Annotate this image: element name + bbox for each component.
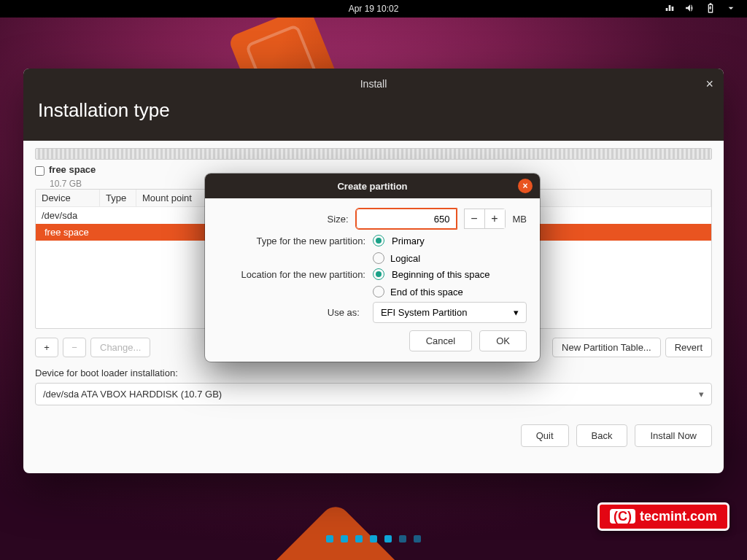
new-partition-table-button[interactable]: New Partition Table...	[552, 338, 661, 357]
useas-label: Use as:	[218, 307, 360, 318]
create-partition-dialog: Create partition × Size: − + MB Type for…	[205, 174, 540, 362]
size-spinner: − +	[464, 209, 506, 229]
window-title: Install	[360, 78, 387, 90]
size-increment-button[interactable]: +	[484, 209, 505, 228]
col-type[interactable]: Type	[100, 190, 136, 206]
page-title: Installation type	[38, 99, 709, 122]
size-label: Size:	[218, 214, 349, 225]
useas-select[interactable]: EFI System Partition ▾	[373, 302, 527, 323]
window-close-button[interactable]: ×	[705, 77, 713, 92]
location-label: Location for the new partition:	[218, 269, 365, 280]
primary-radio-label: Primary	[392, 236, 425, 246]
dialog-close-button[interactable]: ×	[518, 179, 533, 193]
revert-button[interactable]: Revert	[665, 338, 712, 357]
bootloader-value: /dev/sda ATA VBOX HARDDISK (10.7 GB)	[43, 389, 222, 400]
bootloader-label: Device for boot loader installation:	[35, 368, 712, 378]
window-titlebar: Install ×	[23, 69, 724, 99]
watermark-text: tecmint.com	[640, 509, 717, 524]
quit-button[interactable]: Quit	[521, 424, 569, 447]
back-button[interactable]: Back	[576, 424, 628, 447]
watermark: (C)tecmint.com	[597, 502, 729, 531]
logical-radio-label: Logical	[390, 253, 420, 264]
free-space-checkbox[interactable]	[35, 166, 44, 176]
cancel-button[interactable]: Cancel	[409, 330, 472, 351]
change-partition-button[interactable]: Change...	[90, 338, 150, 357]
dialog-title: Create partition	[337, 181, 407, 192]
free-space-label: free space	[49, 164, 96, 175]
step-pager	[0, 535, 747, 542]
desktop-topbar: Apr 19 10:02	[0, 0, 747, 18]
partition-usage-bar[interactable]	[35, 148, 712, 160]
remove-partition-button[interactable]: −	[63, 338, 86, 357]
primary-radio[interactable]	[373, 235, 384, 246]
chevron-down-icon: ▾	[514, 307, 519, 318]
install-now-button[interactable]: Install Now	[635, 424, 712, 447]
ok-button[interactable]: OK	[479, 330, 527, 351]
size-decrement-button[interactable]: −	[464, 209, 484, 228]
volume-icon[interactable]	[684, 2, 696, 16]
logical-radio[interactable]	[373, 252, 384, 264]
watermark-c: (C)	[610, 509, 635, 524]
col-device[interactable]: Device	[36, 190, 100, 206]
size-input[interactable]	[356, 209, 457, 229]
partition-type-label: Type for the new partition:	[218, 236, 365, 246]
clock: Apr 19 10:02	[349, 4, 399, 14]
useas-value: EFI System Partition	[381, 307, 467, 318]
network-icon[interactable]	[664, 2, 676, 16]
end-radio-label: End of this space	[390, 287, 463, 298]
chevron-down-icon: ▾	[699, 389, 704, 400]
add-partition-button[interactable]: +	[35, 338, 58, 357]
beginning-radio-label: Beginning of this space	[392, 269, 489, 280]
battery-icon[interactable]	[705, 2, 716, 16]
end-radio[interactable]	[373, 286, 384, 298]
chevron-down-icon[interactable]	[725, 2, 737, 16]
beginning-radio[interactable]	[373, 268, 384, 280]
size-unit: MB	[513, 214, 527, 225]
bootloader-select[interactable]: /dev/sda ATA VBOX HARDDISK (10.7 GB) ▾	[35, 383, 712, 405]
